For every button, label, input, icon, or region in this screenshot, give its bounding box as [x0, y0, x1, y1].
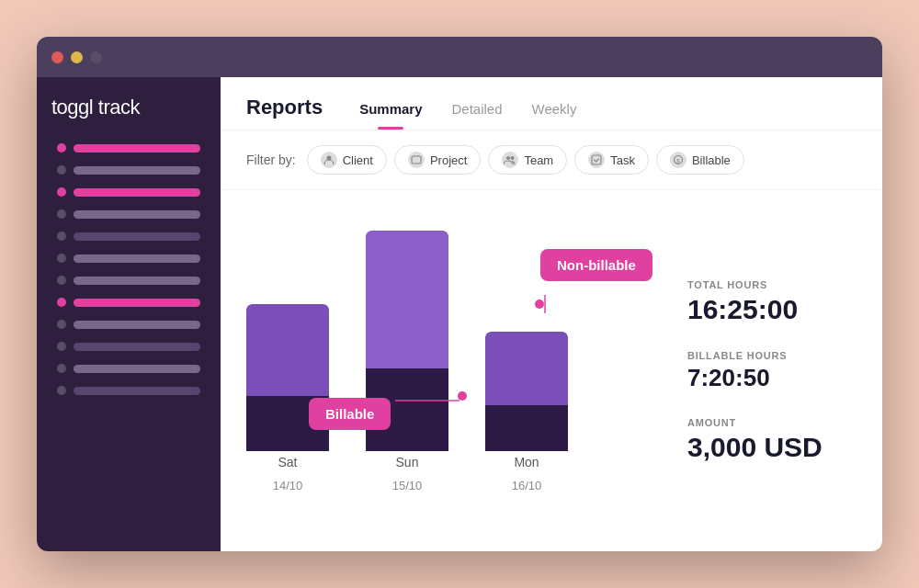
maximize-button[interactable]	[90, 51, 102, 63]
billable-tooltip-dot	[458, 391, 467, 401]
main-content: Reports Summary Detailed Weekly Filter b…	[221, 77, 882, 551]
nav-tabs: Summary Detailed Weekly	[345, 97, 591, 130]
bar-top-sat	[246, 304, 329, 396]
stat-amount: AMOUNT 3,000 USD	[687, 417, 857, 462]
sidebar-dot	[57, 232, 66, 241]
sidebar-bar	[74, 144, 200, 153]
filter-bar: Filter by: Client Project	[221, 130, 882, 190]
sidebar-bar	[74, 299, 200, 307]
project-icon	[408, 152, 425, 168]
reports-title: Reports	[246, 96, 323, 119]
filter-chip-project[interactable]: Project	[394, 145, 481, 175]
bar-date-sat: 14/10	[273, 479, 303, 492]
tab-weekly[interactable]: Weekly	[517, 97, 592, 130]
tab-detailed[interactable]: Detailed	[437, 97, 517, 130]
filter-chip-team[interactable]: Team	[488, 145, 567, 175]
sidebar-item-2[interactable]	[51, 162, 206, 178]
sidebar-dot	[57, 143, 66, 153]
filter-chip-client[interactable]: Client	[307, 145, 387, 175]
sidebar-dot	[57, 386, 66, 395]
sidebar-bar	[74, 365, 200, 373]
bar-stack-mon	[485, 332, 568, 451]
bar-day-sun: Sun	[396, 455, 419, 469]
bar-top-sun	[366, 231, 448, 368]
task-chip-label: Task	[610, 153, 635, 167]
close-button[interactable]	[51, 51, 63, 63]
team-icon	[502, 152, 518, 168]
client-chip-label: Client	[343, 153, 373, 167]
billable-hours-label: BILLABLE HOURS	[687, 350, 857, 361]
svg-rect-1	[412, 156, 421, 164]
minimize-button[interactable]	[71, 51, 83, 63]
task-icon	[588, 152, 605, 168]
svg-point-2	[506, 156, 510, 160]
total-hours-value: 16:25:00	[687, 294, 857, 324]
sidebar-bar	[74, 232, 200, 241]
billable-hours-value: 7:20:50	[687, 365, 857, 391]
bar-date-sun: 15/10	[392, 479, 423, 492]
sidebar-item-8[interactable]	[51, 294, 206, 311]
logo: toggl track	[51, 96, 206, 119]
nav-header: Reports Summary Detailed Weekly	[246, 96, 857, 130]
sidebar-item-4[interactable]	[51, 206, 206, 222]
tab-summary[interactable]: Summary	[345, 97, 437, 130]
bar-day-mon: Mon	[514, 455, 539, 469]
logo-product: track	[93, 96, 140, 119]
sidebar-bar	[74, 321, 200, 329]
bar-group-sun: Sun 15/10	[366, 231, 448, 492]
filter-chip-task[interactable]: Task	[574, 145, 649, 175]
svg-rect-4	[592, 155, 601, 164]
sidebar-item-12[interactable]	[51, 382, 206, 399]
sidebar-dot	[57, 342, 66, 351]
bar-group-mon: Mon 16/10	[485, 332, 568, 492]
bar-top-mon	[485, 332, 568, 405]
sidebar-item-6[interactable]	[51, 250, 206, 266]
sidebar-bar	[74, 387, 200, 395]
total-hours-label: TOTAL HOURS	[687, 279, 857, 290]
bar-date-mon: 16/10	[512, 479, 542, 492]
sidebar-bar	[74, 277, 200, 285]
sidebar-item-7[interactable]	[51, 272, 206, 288]
sidebar-bar	[74, 188, 200, 197]
sidebar-bar	[74, 343, 200, 351]
sidebar-dot	[57, 276, 66, 285]
titlebar	[37, 37, 882, 77]
tooltip-billable: Billable	[309, 398, 391, 430]
sidebar-item-9[interactable]	[51, 316, 206, 333]
stat-billable-hours: BILLABLE HOURS 7:20:50	[687, 350, 857, 391]
non-billable-tooltip-dot	[535, 300, 544, 309]
sidebar-bar	[74, 254, 200, 263]
tooltip-non-billable: Non-billable	[540, 249, 652, 281]
sidebar-dot	[57, 165, 66, 175]
bar-bottom-mon	[485, 405, 568, 451]
project-chip-label: Project	[430, 153, 467, 167]
filter-chip-billable[interactable]: $ Billable	[656, 145, 744, 175]
billable-chip-label: Billable	[692, 153, 731, 167]
logo-brand: toggl	[51, 96, 93, 119]
svg-text:$: $	[676, 158, 680, 164]
amount-label: AMOUNT	[687, 417, 857, 428]
bar-chart: Billable Non-billable	[246, 212, 673, 529]
sidebar-item-11[interactable]	[51, 360, 206, 377]
team-chip-label: Team	[524, 153, 553, 167]
client-icon	[321, 152, 337, 168]
stats-panel: TOTAL HOURS 16:25:00 BILLABLE HOURS 7:20…	[673, 212, 857, 529]
chart-area: Billable Non-billable	[221, 190, 882, 551]
sidebar-item-5[interactable]	[51, 228, 206, 244]
sidebar-dot	[57, 209, 66, 219]
bar-day-sat: Sat	[278, 455, 297, 469]
top-nav: Reports Summary Detailed Weekly	[221, 77, 882, 130]
sidebar-dot	[57, 364, 66, 373]
sidebar-dot	[57, 320, 66, 329]
sidebar-item-3[interactable]	[51, 184, 206, 200]
sidebar: toggl track	[37, 77, 221, 551]
sidebar-bar	[74, 166, 200, 175]
sidebar-dot	[57, 298, 66, 307]
billable-icon: $	[670, 152, 686, 168]
sidebar-dot	[57, 187, 66, 197]
filter-by-label: Filter by:	[246, 153, 296, 167]
billable-connector	[395, 391, 464, 410]
sidebar-item-10[interactable]	[51, 338, 206, 355]
sidebar-item-1[interactable]	[51, 140, 206, 156]
amount-value: 3,000 USD	[687, 432, 857, 462]
